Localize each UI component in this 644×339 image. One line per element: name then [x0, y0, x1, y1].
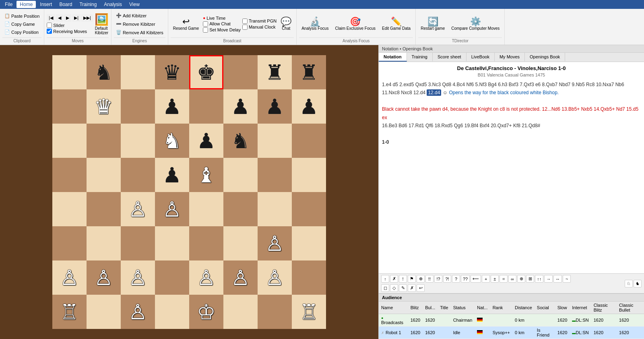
edit-game-data-button[interactable]: ✏️ Edit Game Data: [380, 16, 413, 32]
cell-r1-c4[interactable]: [189, 89, 223, 124]
cell-r0-c4[interactable]: ♚: [189, 55, 223, 89]
cell-r2-c7[interactable]: [292, 124, 326, 158]
sym-left[interactable]: ⟵: [471, 275, 481, 283]
cell-r0-c2[interactable]: [121, 55, 155, 89]
sym-box[interactable]: ⊞: [526, 275, 534, 283]
slider-checkbox[interactable]: [47, 23, 52, 28]
menu-training[interactable]: Training: [76, 1, 100, 8]
cell-r5-c4[interactable]: [189, 226, 223, 260]
cell-r3-c1[interactable]: [87, 158, 121, 192]
cell-r5-c0[interactable]: [52, 226, 87, 260]
sym-x[interactable]: ✗: [390, 275, 398, 283]
tab-score-sheet[interactable]: Score sheet: [433, 53, 466, 62]
cell-r7-c6[interactable]: [258, 295, 292, 329]
chess-board[interactable]: ♞♛♚♜♜♛♟♟♟♟♞♟♞♟♝♙♙♙♙♙♙♙♙♙♖♙♔♖: [52, 55, 326, 329]
cell-r0-c3[interactable]: ♛: [155, 55, 189, 89]
cell-r6-c6[interactable]: ♙: [258, 260, 292, 295]
cell-r5-c3[interactable]: [155, 226, 189, 260]
sym-qmark[interactable]: ?: [452, 275, 460, 283]
tab-training[interactable]: Training: [407, 53, 433, 62]
cell-r1-c3[interactable]: ♟: [155, 89, 189, 124]
cell-r7-c7[interactable]: ♖: [292, 295, 326, 329]
cell-r1-c1[interactable]: ♛: [87, 89, 121, 124]
cell-r6-c1[interactable]: ♙: [87, 260, 121, 295]
current-move[interactable]: 12.d4: [427, 89, 441, 96]
cell-r6-c2[interactable]: ♙: [121, 260, 155, 295]
cell-r6-c5[interactable]: ♙: [223, 260, 258, 295]
cell-r0-c7[interactable]: ♜: [292, 55, 326, 89]
cell-r1-c2[interactable]: [121, 89, 155, 124]
remove-all-kibitzers-button[interactable]: 🗑️ Remove All Kibitzers: [114, 29, 165, 36]
cell-r4-c0[interactable]: [52, 192, 87, 226]
move-last-button[interactable]: ▶|: [72, 14, 80, 22]
sym-tilde[interactable]: ~: [563, 275, 571, 283]
tab-livebook[interactable]: LiveBook: [466, 53, 495, 62]
sym-inf[interactable]: ∞: [508, 275, 516, 283]
remove-kibitzer-button[interactable]: ➖ Remove Kibitzer: [114, 20, 165, 28]
menu-file[interactable]: File: [2, 1, 16, 8]
cell-r4-c4[interactable]: [189, 192, 223, 226]
menu-board[interactable]: Board: [56, 1, 75, 8]
cell-r5-c1[interactable]: [87, 226, 121, 260]
cell-r0-c6[interactable]: ♜: [258, 55, 292, 89]
cell-r2-c0[interactable]: [52, 124, 87, 158]
cell-r4-c5[interactable]: [223, 192, 258, 226]
transmit-pgn-checkbox[interactable]: [242, 19, 248, 24]
move-next-button[interactable]: ▶: [64, 14, 71, 22]
sym-eq[interactable]: =: [500, 275, 508, 283]
copy-position-button[interactable]: 📄 Copy Position: [2, 28, 41, 36]
restart-game-button[interactable]: 🔄 Restart game: [418, 16, 447, 32]
menu-view[interactable]: View: [126, 1, 143, 8]
tab-openings-book[interactable]: Openings Book: [525, 53, 565, 62]
cell-r5-c2[interactable]: [121, 226, 155, 260]
sym-plus[interactable]: ⊕: [417, 275, 425, 283]
sym-qmark-exclaim[interactable]: ?!: [443, 275, 451, 283]
cell-r7-c3[interactable]: [155, 295, 189, 329]
cell-r2-c1[interactable]: [87, 124, 121, 158]
cell-r1-c7[interactable]: ♟: [292, 89, 326, 124]
tab-my-moves[interactable]: My Moves: [495, 53, 525, 62]
sym-qmark2[interactable]: ??: [461, 275, 470, 283]
cell-r1-c6[interactable]: ♟: [258, 89, 292, 124]
cell-r0-c5[interactable]: [223, 55, 258, 89]
copy-game-button[interactable]: 📄 Copy Game: [2, 20, 41, 28]
chat-button[interactable]: 💬 Chat: [278, 16, 294, 32]
cell-r4-c6[interactable]: [258, 192, 292, 226]
cell-r2-c6[interactable]: [258, 124, 292, 158]
sym-up2[interactable]: ↑↑: [535, 275, 543, 283]
sym-1[interactable]: !: [399, 275, 407, 283]
cell-r5-c7[interactable]: [292, 226, 326, 260]
cell-r7-c1[interactable]: [87, 295, 121, 329]
sym-flag[interactable]: ⚑: [408, 275, 416, 283]
sym-circle[interactable]: ⊕: [517, 275, 525, 283]
cell-r4-c3[interactable]: ♙: [155, 192, 189, 226]
tab-notation[interactable]: Notation: [379, 53, 407, 62]
cell-r4-c1[interactable]: [87, 192, 121, 226]
cell-r3-c7[interactable]: [292, 158, 326, 192]
compare-computer-button[interactable]: ⚙️ Compare Computer Moves: [449, 16, 502, 32]
audience-row-robot1[interactable]: ✗ Robot 1 1620 1620 Idle Sysop++ 0 km Is…: [379, 327, 644, 339]
cell-r3-c3[interactable]: ♟: [155, 158, 189, 192]
cell-r4-c7[interactable]: [292, 192, 326, 226]
menu-insert[interactable]: Insert: [37, 1, 55, 8]
sym-knight-w[interactable]: ♘: [625, 280, 633, 287]
cell-r2-c4[interactable]: ♟: [189, 124, 223, 158]
paste-position-button[interactable]: 📋 Paste Position: [2, 12, 41, 20]
cell-r2-c3[interactable]: ♞: [155, 124, 189, 158]
cell-r6-c7[interactable]: [292, 260, 326, 295]
sym-up[interactable]: ↑: [381, 275, 389, 283]
cell-r1-c0[interactable]: [52, 89, 87, 124]
cell-r3-c6[interactable]: [258, 158, 292, 192]
audience-row-broadcasts[interactable]: ● Broadcasts 1620 1620 Chairman 0 km 162…: [379, 314, 644, 327]
cell-r1-c5[interactable]: ♟: [223, 89, 258, 124]
sym-white-sq[interactable]: ◻: [381, 284, 389, 292]
move-first-button[interactable]: |◀: [47, 14, 55, 22]
cell-r6-c3[interactable]: [155, 260, 189, 295]
sym-plusminus[interactable]: +: [482, 275, 490, 283]
cell-r7-c4[interactable]: ♔: [189, 295, 223, 329]
cell-r0-c1[interactable]: ♞: [87, 55, 121, 89]
cell-r6-c4[interactable]: ♙: [189, 260, 223, 295]
cell-r7-c0[interactable]: ♖: [52, 295, 87, 329]
sym-x2[interactable]: ✗: [408, 284, 416, 292]
cell-r5-c6[interactable]: ♙: [258, 226, 292, 260]
